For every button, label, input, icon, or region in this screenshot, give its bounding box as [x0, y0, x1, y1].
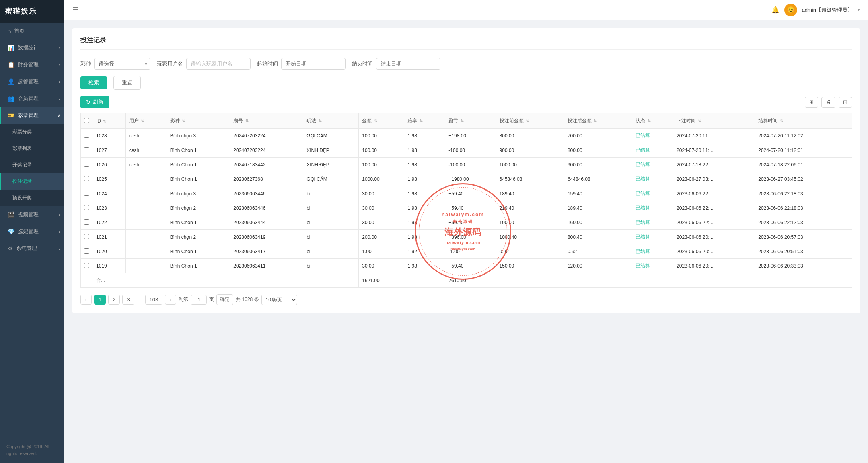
- row-status: 已结算: [632, 158, 673, 172]
- chevron-right-icon: ›: [59, 45, 60, 50]
- next-page-button[interactable]: ›: [165, 295, 176, 305]
- row-checkbox[interactable]: [84, 133, 89, 138]
- page-btn-2[interactable]: 2: [108, 295, 120, 305]
- row-period: 202306063419: [230, 230, 303, 244]
- sort-icon[interactable]: ⇅: [141, 119, 144, 123]
- row-checkbox[interactable]: [84, 234, 89, 239]
- sort-icon[interactable]: ⇅: [420, 119, 423, 123]
- row-checkbox[interactable]: [84, 205, 89, 210]
- page-title: 投注记录: [80, 36, 852, 50]
- sidebar-item-finance[interactable]: 📋 财务管理 ›: [0, 56, 64, 73]
- col-play: 玩法 ⇅: [303, 113, 359, 129]
- finance-icon: 📋: [8, 61, 14, 68]
- sidebar-item-system[interactable]: ⚙ 系统管理 ›: [0, 240, 64, 257]
- sort-icon[interactable]: ⇅: [526, 119, 529, 123]
- end-date-input[interactable]: [376, 58, 440, 70]
- row-checkbox-cell[interactable]: [81, 230, 93, 244]
- row-lottery: Bình Chọn 1: [167, 143, 230, 158]
- row-id: 1026: [93, 158, 126, 172]
- prev-page-button[interactable]: ‹: [80, 295, 92, 305]
- print-icon-btn[interactable]: 🖨: [821, 97, 835, 108]
- row-after: 160.00: [564, 215, 632, 230]
- sort-icon[interactable]: ⇅: [319, 119, 322, 123]
- username-input[interactable]: [186, 58, 251, 70]
- row-checkbox[interactable]: [84, 162, 89, 167]
- search-button[interactable]: 检索: [80, 76, 107, 89]
- col-status: 状态 ⇅: [632, 113, 673, 129]
- sort-icon[interactable]: ⇅: [648, 119, 651, 123]
- row-checkbox-cell[interactable]: [81, 215, 93, 230]
- start-date-input[interactable]: [281, 58, 346, 70]
- topbar: ☰ 🔔 😊 admin【超级管理员】 ▾: [64, 0, 868, 20]
- hamburger-menu-icon[interactable]: ☰: [72, 6, 79, 14]
- sort-icon[interactable]: ⇅: [594, 119, 597, 123]
- sidebar-item-super-admin[interactable]: 👤 超管管理 ›: [0, 73, 64, 90]
- row-checkbox[interactable]: [84, 263, 89, 268]
- admin-name[interactable]: admin【超级管理员】: [802, 6, 853, 14]
- sidebar-item-data-stats[interactable]: 📊 数据统计 ›: [0, 39, 64, 56]
- sort-icon[interactable]: ⇅: [780, 119, 783, 123]
- sort-icon[interactable]: ⇅: [374, 119, 377, 123]
- refresh-button[interactable]: ↻ 刷新: [80, 96, 109, 108]
- status-badge: 已结算: [636, 234, 650, 240]
- row-status: 已结算: [632, 201, 673, 215]
- sidebar-item-draw-record[interactable]: 开奖记录: [0, 157, 64, 173]
- col-profit: 盈亏 ⇅: [445, 113, 496, 129]
- row-checkbox[interactable]: [84, 248, 89, 254]
- select-all-header[interactable]: [81, 113, 93, 129]
- sidebar-item-lottery-list[interactable]: 彩票列表: [0, 140, 64, 157]
- footer-empty-4: [632, 273, 673, 288]
- sidebar-item-lottery-category[interactable]: 彩票分类: [0, 124, 64, 140]
- page-btn-3[interactable]: 3: [122, 295, 134, 305]
- row-user: [125, 244, 167, 259]
- sidebar-item-select[interactable]: 💎 选妃管理 ›: [0, 223, 64, 240]
- reset-button[interactable]: 重置: [113, 76, 141, 90]
- sidebar-item-home[interactable]: ⌂ 首页: [0, 23, 64, 39]
- row-checkbox[interactable]: [84, 176, 89, 181]
- sidebar-logo: 蜜獾娱乐: [0, 0, 64, 23]
- page-btn-103[interactable]: 103: [145, 295, 163, 305]
- row-checkbox-cell[interactable]: [81, 186, 93, 201]
- notification-icon[interactable]: 🔔: [771, 6, 780, 14]
- sort-icon[interactable]: ⇅: [461, 119, 464, 123]
- sort-icon[interactable]: ⇅: [103, 119, 106, 123]
- data-table: ID ⇅ 用户 ⇅ 彩种 ⇅ 期号 ⇅ 玩法 ⇅ 金额 ⇅ 赔率 ⇅ 盈亏 ⇅ …: [80, 113, 852, 288]
- select-icon: 💎: [8, 228, 14, 235]
- sidebar-item-bet-record[interactable]: 投注记录: [0, 173, 64, 190]
- lottery-select[interactable]: 请选择: [94, 58, 150, 70]
- row-period: 202306063417: [230, 244, 303, 259]
- row-user: [125, 230, 167, 244]
- download-icon-btn[interactable]: ⊡: [839, 97, 852, 108]
- per-page-select[interactable]: 10条/页 20条/页 50条/页: [261, 295, 297, 305]
- page-goto-input[interactable]: [191, 295, 207, 305]
- sidebar-item-lottery[interactable]: 🎫 彩票管理 ∨: [0, 107, 64, 124]
- export-icon-btn[interactable]: ⊞: [805, 97, 818, 108]
- row-checkbox[interactable]: [84, 219, 89, 225]
- row-checkbox-cell[interactable]: [81, 259, 93, 273]
- row-checkbox-cell[interactable]: [81, 172, 93, 186]
- row-checkbox-cell[interactable]: [81, 201, 93, 215]
- sort-icon[interactable]: ⇅: [182, 119, 185, 123]
- page-confirm-button[interactable]: 确定: [216, 294, 233, 305]
- row-checkbox-cell[interactable]: [81, 143, 93, 158]
- row-odds: 1.98: [404, 201, 445, 215]
- row-play: XINH ĐẸP: [303, 158, 359, 172]
- row-checkbox[interactable]: [84, 191, 89, 196]
- row-checkbox-cell[interactable]: [81, 244, 93, 259]
- row-profit: -100.00: [445, 158, 496, 172]
- select-all-checkbox[interactable]: [84, 118, 89, 123]
- row-checkbox-cell[interactable]: [81, 129, 93, 143]
- sort-icon[interactable]: ⇅: [245, 119, 249, 123]
- row-checkbox-cell[interactable]: [81, 158, 93, 172]
- sidebar-item-label: 会员管理: [18, 95, 39, 102]
- sidebar-item-member[interactable]: 👥 会员管理 ›: [0, 90, 64, 107]
- sort-icon[interactable]: ⇅: [698, 119, 701, 123]
- row-user: ceshi: [125, 158, 167, 172]
- row-checkbox[interactable]: [84, 147, 89, 152]
- page-btn-1[interactable]: 1: [94, 295, 106, 305]
- row-after: 800.40: [564, 230, 632, 244]
- page-unit: 页: [209, 296, 214, 303]
- sidebar-item-pre-draw[interactable]: 预设开奖: [0, 190, 64, 206]
- sidebar-item-video[interactable]: 🎬 视频管理 ›: [0, 206, 64, 223]
- row-amount: 30.00: [359, 215, 404, 230]
